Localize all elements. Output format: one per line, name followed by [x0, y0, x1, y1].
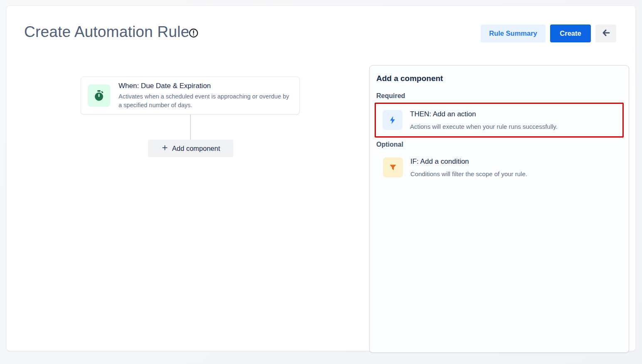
component-item-description: Actions will execute when your rule runs… [410, 123, 616, 130]
arrow-left-icon [601, 28, 611, 39]
component-item-title: IF: Add a condition [410, 157, 615, 166]
component-item-text: THEN: Add an action Actions will execute… [410, 110, 616, 130]
page-background: Create Automation Rule Rule Summary Crea… [0, 0, 642, 364]
lightning-icon [383, 110, 402, 130]
component-item-if-condition[interactable]: IF: Add a condition Conditions will filt… [376, 151, 622, 184]
section-optional: Optional IF: Add a condition Conditions … [376, 141, 622, 184]
flow-connector-line [190, 115, 191, 140]
component-item-then-action[interactable]: THEN: Add an action Actions will execute… [375, 103, 624, 138]
add-component-panel: Add a component Required THEN: Add an ac… [369, 65, 629, 353]
rule-summary-button[interactable]: Rule Summary [481, 25, 546, 42]
back-button[interactable] [595, 25, 616, 42]
component-item-text: IF: Add a condition Conditions will filt… [410, 157, 615, 177]
section-required-label: Required [376, 92, 622, 100]
page-title: Create Automation Rule [24, 23, 189, 41]
trigger-card-description: Activates when a scheduled event is appr… [119, 92, 293, 110]
component-item-title: THEN: Add an action [410, 110, 616, 118]
panel-title: Add a component [376, 74, 622, 83]
stopwatch-icon [88, 84, 110, 107]
add-component-button[interactable]: Add component [148, 140, 233, 157]
main-content-card: Create Automation Rule Rule Summary Crea… [6, 5, 636, 351]
plus-icon [161, 144, 168, 153]
trigger-card-title: When: Due Date & Expiration [119, 82, 293, 90]
filter-funnel-icon [383, 157, 403, 177]
component-item-description: Conditions will filter the scope of your… [410, 170, 615, 177]
alert-circle-icon[interactable] [189, 28, 198, 38]
create-button[interactable]: Create [550, 25, 591, 42]
trigger-card-due-date[interactable]: When: Due Date & Expiration Activates wh… [81, 76, 300, 115]
add-component-label: Add component [172, 145, 220, 152]
header-actions: Rule Summary Create [481, 25, 616, 42]
section-required: Required THEN: Add an action Actions wil… [376, 92, 622, 138]
trigger-card-text: When: Due Date & Expiration Activates wh… [119, 82, 293, 110]
section-optional-label: Optional [376, 141, 622, 148]
